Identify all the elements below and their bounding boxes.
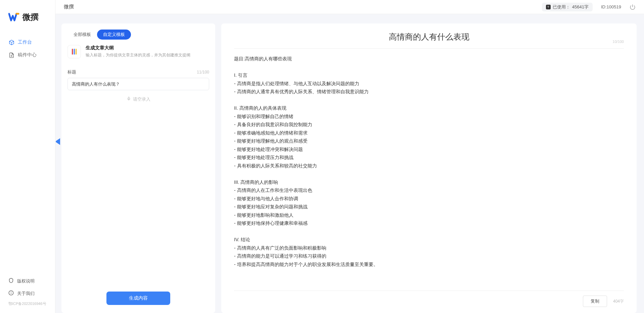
nav-item-workbench[interactable]: 工作台 bbox=[0, 36, 55, 49]
template-icon bbox=[67, 45, 81, 58]
icp-text: 鄂ICP备2022016946号 bbox=[0, 300, 55, 308]
template-card: 生成文章大纲 输入标题，为你提供文章主体的灵感，并为其创建推文提纲 bbox=[61, 45, 215, 63]
topbar: 微撰 T 已使用： 45641字 ID:100519 bbox=[55, 0, 644, 14]
info-icon bbox=[8, 290, 14, 297]
tab-all-templates[interactable]: 全部模板 bbox=[67, 30, 97, 40]
usage-label: 已使用： bbox=[553, 4, 570, 10]
sidebar: 微撰 工作台 稿件中心 版权说明 bbox=[0, 0, 55, 313]
title-count: 11/100 bbox=[197, 70, 209, 74]
title-field-row: 标题 11/100 bbox=[67, 69, 209, 75]
cube-icon bbox=[8, 39, 14, 45]
footer-label: 版权说明 bbox=[17, 278, 35, 284]
sidebar-footer: 版权说明 关于我们 鄂ICP备2022016946号 bbox=[0, 271, 55, 313]
footer-copyright[interactable]: 版权说明 bbox=[0, 275, 55, 287]
result-panel: 高情商的人有什么表现 10/100 题目:高情商的人有哪些表现 I. 引言 - … bbox=[221, 23, 637, 313]
title-label: 标题 bbox=[67, 69, 76, 75]
user-id: ID:100519 bbox=[601, 4, 621, 9]
logo-icon bbox=[8, 12, 20, 22]
word-count: 404字 bbox=[613, 299, 624, 304]
power-icon[interactable] bbox=[630, 4, 636, 10]
logo: 微撰 bbox=[0, 0, 55, 33]
generate-button[interactable]: 生成内容 bbox=[106, 292, 170, 305]
mic-icon bbox=[127, 97, 131, 102]
document-icon bbox=[8, 52, 14, 58]
svg-rect-3 bbox=[128, 97, 129, 99]
result-header: 高情商的人有什么表现 10/100 bbox=[234, 32, 624, 49]
nav-item-drafts[interactable]: 稿件中心 bbox=[0, 49, 55, 61]
app-title: 微撰 bbox=[64, 4, 74, 10]
footer-about[interactable]: 关于我们 bbox=[0, 287, 55, 300]
form-section: 标题 11/100 请空录入 bbox=[61, 63, 215, 292]
main: 微撰 T 已使用： 45641字 ID:100519 bbox=[55, 0, 644, 313]
text-icon: T bbox=[546, 5, 551, 9]
usage-value: 45641字 bbox=[572, 4, 589, 10]
result-title-count: 10/100 bbox=[612, 40, 624, 44]
copy-button[interactable]: 复制 bbox=[583, 296, 607, 307]
result-title: 高情商的人有什么表现 bbox=[234, 32, 624, 42]
svg-point-2 bbox=[11, 292, 11, 292]
usage-badge: T 已使用： 45641字 bbox=[542, 3, 593, 11]
result-footer: 复制 404字 bbox=[234, 291, 624, 307]
voice-label: 请空录入 bbox=[133, 96, 150, 102]
title-input[interactable] bbox=[67, 78, 209, 90]
template-title: 生成文章大纲 bbox=[86, 45, 190, 51]
footer-label: 关于我们 bbox=[17, 291, 35, 297]
content: 全部模板 自定义模板 生成文章大纲 输入标题，为你提供文章主体的灵感，并为其创建… bbox=[55, 14, 644, 313]
template-desc: 输入标题，为你提供文章主体的灵感，并为其创建推文提纲 bbox=[86, 52, 190, 58]
result-body[interactable]: 题目:高情商的人有哪些表现 I. 引言 - 高情商是指人们处理情绪、与他人互动以… bbox=[234, 55, 624, 287]
collapse-handle[interactable] bbox=[55, 138, 60, 146]
topbar-right: T 已使用： 45641字 ID:100519 bbox=[542, 3, 636, 11]
sidebar-nav: 工作台 稿件中心 bbox=[0, 33, 55, 271]
template-tabs: 全部模板 自定义模板 bbox=[61, 30, 215, 45]
nav-label: 稿件中心 bbox=[18, 52, 37, 58]
logo-text: 微撰 bbox=[22, 12, 39, 22]
nav-label: 工作台 bbox=[18, 39, 32, 45]
voice-input[interactable]: 请空录入 bbox=[67, 90, 209, 108]
tab-custom-templates[interactable]: 自定义模板 bbox=[97, 30, 131, 40]
shield-icon bbox=[8, 278, 14, 284]
template-info: 生成文章大纲 输入标题，为你提供文章主体的灵感，并为其创建推文提纲 bbox=[86, 45, 190, 58]
config-panel: 全部模板 自定义模板 生成文章大纲 输入标题，为你提供文章主体的灵感，并为其创建… bbox=[61, 23, 215, 313]
